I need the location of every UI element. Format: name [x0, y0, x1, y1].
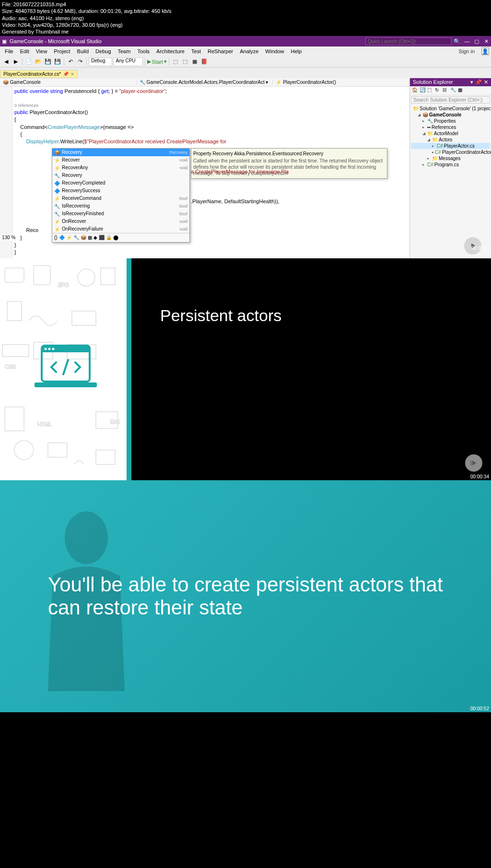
- filter-icon[interactable]: 🔷: [59, 234, 65, 241]
- menubar: File Edit View Project Build Debug Team …: [0, 46, 491, 56]
- filter-icon[interactable]: 🔒: [106, 234, 112, 241]
- svg-rect-17: [96, 450, 115, 464]
- menu-tools[interactable]: Tools: [134, 47, 152, 55]
- menu-analyze[interactable]: Analyze: [237, 47, 261, 55]
- svg-text:JPG: JPG: [58, 282, 69, 289]
- menu-view[interactable]: View: [33, 47, 50, 55]
- code-navbar: 📦 GameConsole 🔧 GameConsole.ActorModel.A…: [0, 78, 409, 87]
- tree-file[interactable]: ▸C# Program.cs: [411, 162, 490, 168]
- frame-timestamp: 00:00:18: [471, 245, 490, 251]
- intellisense-item: ⚡RecoverAnyvoid: [52, 164, 189, 172]
- refresh-icon[interactable]: ↻: [435, 87, 442, 94]
- navbar-member[interactable]: ⚡ PlayerCoordinatorActor(): [273, 80, 409, 85]
- filter-icon[interactable]: ⬤: [113, 234, 118, 241]
- sign-in-link[interactable]: Sign in: [456, 47, 478, 55]
- filter-icon[interactable]: {}: [54, 234, 58, 241]
- toolbar-icon[interactable]: ▦: [190, 58, 199, 66]
- save-all-icon[interactable]: 💾: [53, 58, 62, 66]
- code-editor[interactable]: public override string PersistenceId { g…: [0, 87, 409, 258]
- menu-build[interactable]: Build: [74, 47, 92, 55]
- filter-icon[interactable]: 🔧: [73, 234, 79, 241]
- editor-tab-active[interactable]: PlayerCoordinatorActor.cs* 📌 ✕: [0, 70, 78, 78]
- toolbar-icon[interactable]: ⬚: [181, 58, 189, 66]
- tree-folder[interactable]: ▸📁 Messages: [411, 155, 490, 162]
- tree-file[interactable]: ▸C# PlayerCoordinatorActor.cs: [411, 149, 490, 155]
- menu-file[interactable]: File: [2, 47, 16, 55]
- menu-debug[interactable]: Debug: [93, 47, 114, 55]
- navbar-project[interactable]: 📦 GameConsole: [0, 80, 137, 85]
- tree-folder[interactable]: ◢📁 Actors: [411, 137, 490, 143]
- redo-icon[interactable]: ↷: [76, 58, 84, 66]
- config-dropdown[interactable]: Debug: [89, 58, 112, 66]
- search-icon[interactable]: 🔍: [454, 38, 460, 45]
- solution-search-input[interactable]: Search Solution Explorer (Ctrl+;): [411, 96, 490, 104]
- navbar-class[interactable]: 🔧 GameConsole.ActorModel.Actors.PlayerCo…: [137, 80, 273, 85]
- intellisense-item: ⚡OnRecovervoid: [52, 218, 189, 225]
- panel-close-icon[interactable]: ✕: [484, 79, 488, 85]
- panel-pin-icon[interactable]: 📌: [475, 79, 482, 85]
- platform-dropdown[interactable]: Any CPU: [113, 58, 142, 66]
- minimize-button[interactable]: —: [464, 38, 470, 45]
- tree-folder[interactable]: ◢📁 ActorModel: [411, 130, 490, 137]
- intellisense-item: 📦RecoveryRecovery: [52, 149, 189, 156]
- quick-launch-input[interactable]: [365, 37, 452, 45]
- visual-studio-window: ▣ GameConsole - Microsoft Visual Studio …: [0, 36, 491, 258]
- filter-icon[interactable]: ⬛: [99, 234, 105, 241]
- user-icon[interactable]: 👤: [481, 47, 489, 55]
- svg-point-24: [65, 511, 108, 564]
- titlebar: ▣ GameConsole - Microsoft Visual Studio …: [0, 36, 491, 46]
- filter-icon[interactable]: ▦: [88, 234, 92, 241]
- tab-label: PlayerCoordinatorActor.cs*: [3, 71, 61, 77]
- open-file-icon[interactable]: 📂: [34, 58, 43, 66]
- home-icon[interactable]: 🏠: [412, 87, 419, 94]
- save-icon[interactable]: 💾: [44, 58, 52, 66]
- tree-file[interactable]: ▸C# PlayerActor.cs: [411, 143, 490, 149]
- intellisense-popup[interactable]: 📦RecoveryRecovery ⚡Recovervoid ⚡RecoverA…: [52, 148, 190, 243]
- maximize-button[interactable]: ▢: [474, 38, 479, 45]
- collapse-icon[interactable]: ⊟: [443, 87, 449, 94]
- intellisense-item: 🔧IsRecoveryFinishedbool: [52, 210, 189, 218]
- menu-window[interactable]: Window: [262, 47, 287, 55]
- slide-title: Persistent actors: [160, 306, 281, 432]
- toolbar-icon[interactable]: ⬚: [171, 58, 180, 66]
- intellisense-item: ⚡Recovervoid: [52, 156, 189, 164]
- toolbar-icon[interactable]: 📕: [200, 58, 209, 66]
- tree-solution[interactable]: 📁 Solution 'GameConsole' (1 project): [411, 105, 490, 112]
- tree-project[interactable]: ◢📦 GameConsole: [411, 112, 490, 118]
- nav-fwd-icon[interactable]: ▶: [12, 58, 20, 66]
- close-button[interactable]: ✕: [483, 38, 489, 45]
- start-button[interactable]: ▶ Start ▾: [147, 58, 167, 65]
- vs-logo-icon: ▣: [2, 38, 7, 45]
- menu-test[interactable]: Test: [188, 47, 204, 55]
- panel-title: Solution Explorer ▾ 📌 ✕: [410, 78, 491, 86]
- pin-icon[interactable]: 📌: [63, 71, 69, 77]
- menu-team[interactable]: Team: [115, 47, 134, 55]
- panel-dropdown-icon[interactable]: ▾: [470, 79, 473, 85]
- menu-edit[interactable]: Edit: [17, 47, 32, 55]
- svg-point-22: [52, 347, 55, 350]
- undo-icon[interactable]: ↶: [66, 58, 75, 66]
- menu-resharper[interactable]: ReSharper: [205, 47, 236, 55]
- filter-icon[interactable]: 📦: [81, 234, 86, 241]
- zoom-level[interactable]: 130 %: [1, 235, 16, 240]
- filter-icon[interactable]: ◆: [94, 234, 97, 241]
- menu-help[interactable]: Help: [288, 47, 304, 55]
- close-tab-icon[interactable]: ✕: [70, 71, 74, 77]
- menu-architecture[interactable]: Architecture: [153, 47, 187, 55]
- intellisense-item: 🔧Recovery: [52, 172, 189, 179]
- tooltip-signature: Property Recovery Akka.Persistence.Event…: [193, 150, 385, 157]
- menu-project[interactable]: Project: [51, 47, 73, 55]
- tree-references[interactable]: ▸▪▪ References: [411, 124, 490, 130]
- intellisense-filter[interactable]: {} 🔷 ⚡ 🔧 📦 ▦ ◆ ⬛ 🔒 ⬤: [52, 233, 189, 242]
- filter-icon[interactable]: ⚡: [66, 234, 72, 241]
- new-project-icon[interactable]: 📄: [24, 58, 33, 66]
- gutter: [0, 87, 12, 258]
- sync-icon[interactable]: 🔄: [420, 87, 426, 94]
- tree-properties[interactable]: ▸🔧 Properties: [411, 118, 490, 124]
- toolbar-icon[interactable]: ⬚: [427, 87, 434, 94]
- nav-back-icon[interactable]: ◀: [2, 58, 11, 66]
- properties-icon[interactable]: 🔧: [450, 87, 457, 94]
- svg-point-15: [14, 440, 34, 460]
- show-all-icon[interactable]: ▦: [458, 87, 465, 94]
- slide-outcome: You'll be able to create persistent acto…: [0, 480, 491, 712]
